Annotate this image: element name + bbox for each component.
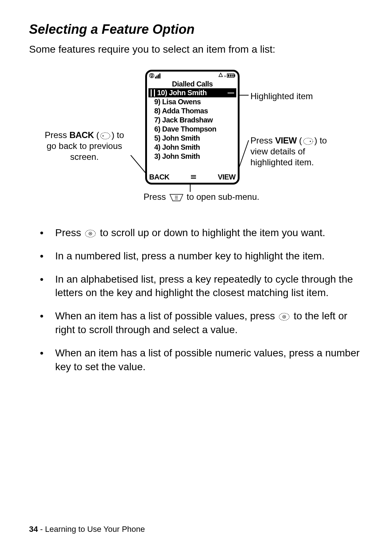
nav-center-icon	[85, 229, 96, 238]
nav-left-icon	[100, 132, 111, 140]
signal-icon	[155, 73, 160, 78]
screen-title: Dialled Calls	[147, 80, 238, 88]
nav-center-icon	[278, 312, 290, 321]
svg-rect-9	[230, 74, 232, 77]
svg-rect-10	[232, 74, 233, 77]
svg-point-20	[90, 233, 91, 234]
sound-icon: »	[224, 74, 226, 78]
bullet-item: In an alphabetised list, press a key rep…	[51, 272, 363, 300]
list-item[interactable]: 10) John Smith	[148, 88, 236, 97]
callout-view: Press VIEW () to view details of highlig…	[250, 135, 345, 168]
bullet-item: Press to scroll up or down to highlight …	[51, 226, 363, 240]
svg-point-13	[303, 138, 313, 145]
alert-icon	[218, 73, 223, 79]
list-item[interactable]: 9) Lisa Owens	[148, 97, 236, 106]
menu-icon[interactable]	[191, 175, 196, 179]
nav-right-icon	[303, 137, 314, 145]
phone-diagram: ⓖ »	[29, 70, 363, 215]
svg-point-14	[310, 141, 311, 142]
svg-point-23	[284, 316, 285, 317]
instruction-list: Press to scroll up or down to highlight …	[29, 226, 363, 373]
section-heading: Selecting a Feature Option	[29, 22, 363, 37]
callout-back: Press BACK () to go back to previous scr…	[40, 130, 129, 162]
svg-point-12	[103, 135, 104, 136]
list-item[interactable]: 6) Dave Thompson	[148, 125, 236, 134]
phone-screen: ⓖ »	[145, 70, 240, 185]
callout-highlighted: Highlighted item	[250, 91, 313, 102]
softkey-view[interactable]: VIEW	[218, 173, 236, 181]
bullet-item: When an item has a list of possible valu…	[51, 309, 363, 337]
bullet-item: In a numbered list, press a number key t…	[51, 249, 363, 263]
gprs-icon: ⓖ	[149, 73, 154, 79]
bullet-item: When an item has a list of possible nume…	[51, 346, 363, 374]
list-item[interactable]: 5) John Smith	[148, 134, 236, 143]
svg-rect-7	[234, 74, 235, 77]
list-item[interactable]: 3) John Smith	[148, 152, 236, 161]
softkey-back[interactable]: BACK	[149, 173, 170, 181]
intro-text: Some features require you to select an i…	[29, 44, 363, 55]
list-item[interactable]: 4) John Smith	[148, 143, 236, 152]
menu-key-icon	[169, 194, 184, 202]
callout-submenu: Press to open sub-menu.	[111, 191, 292, 202]
svg-point-11	[101, 133, 110, 139]
page-footer: 34 - Learning to Use Your Phone	[29, 525, 145, 534]
battery-icon	[227, 73, 236, 79]
svg-rect-8	[228, 74, 229, 77]
list-item[interactable]: 8) Adda Thomas	[148, 106, 236, 116]
status-bar: ⓖ »	[147, 72, 238, 80]
list-item[interactable]: 7) Jack Bradshaw	[148, 116, 236, 125]
list: 10) John Smith 9) Lisa Owens 8) Adda Tho…	[147, 88, 238, 161]
